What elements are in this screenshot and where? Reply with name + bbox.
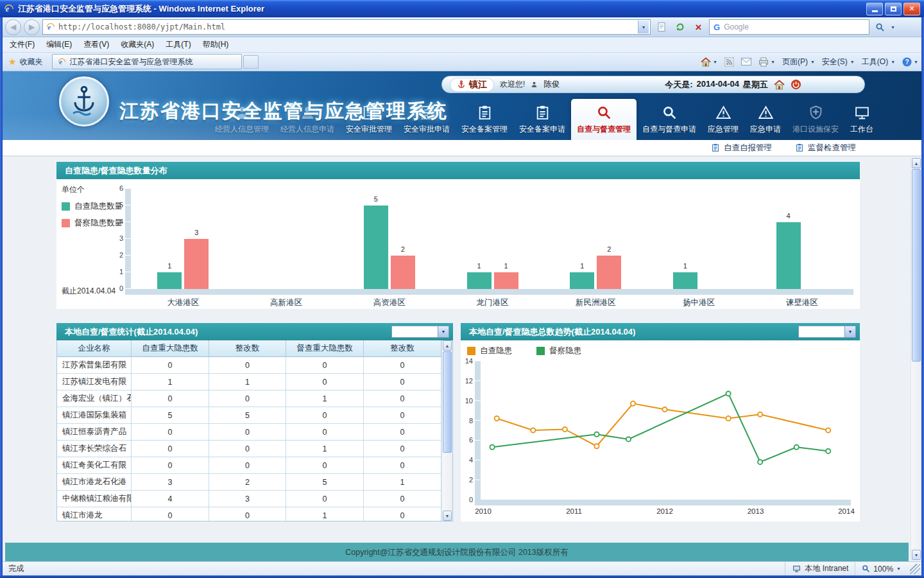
value-cell: 0 [364,390,441,407]
close-button[interactable]: ✕ [903,3,920,15]
nav-item-5[interactable]: 安全备案管理 [456,99,513,140]
trend-filter-dropdown[interactable]: ▼ [798,326,856,338]
x-axis-category-label: 大港港区 [132,297,234,308]
statistics-filter-dropdown[interactable]: ▼ [391,326,449,338]
home-shortcut-icon[interactable] [774,80,785,90]
user-name: 陈俊 [543,79,560,90]
favbar-button-3[interactable]: 工具(O)▼ [862,57,895,67]
subnav-item-2[interactable]: 监督检查管理 [795,143,856,153]
home-button[interactable]: ▼ [701,57,717,67]
scrollbar-thumb[interactable] [912,169,921,362]
value-cell: 0 [364,374,441,390]
menu-item-6[interactable]: 帮助(H) [197,37,235,52]
date-display: 今天是: 2014-04-04 星期五 [665,79,768,91]
welcome-label: 欢迎您! [500,79,525,90]
x-axis-baseline [125,289,853,295]
nav-item-6[interactable]: 安全备案申请 [513,99,571,140]
table-row[interactable]: 镇江港国际集装箱5500 [57,407,441,424]
table-row[interactable]: 江苏索普集团有限0000 [57,357,441,374]
company-name-cell: 镇江李长荣综合石 [57,441,132,457]
table-row[interactable]: 镇江市港龙0010 [57,507,441,521]
subnav-item-1[interactable]: 自查自报管理 [711,143,772,153]
nav-item-9[interactable]: 应急管理 [702,99,744,140]
value-cell: 0 [286,491,364,507]
menu-item-4[interactable]: 收藏夹(A) [115,37,160,52]
bar-self-check [776,222,801,289]
value-cell: 0 [364,357,441,374]
table-row[interactable]: 镇江李长荣综合石0010 [57,441,441,457]
zone-indicator: 本地 Intranet [785,562,855,575]
table-row[interactable]: 镇江恒泰沥青产品0000 [57,424,441,441]
nav-item-label: 港口设施保安 [792,124,839,135]
table-row[interactable]: 镇江市港龙石化港3251 [57,474,441,491]
company-name-cell: 镇江港国际集装箱 [57,407,132,424]
logout-icon[interactable] [791,79,801,90]
x-axis-tick-label: 2010 [475,507,492,515]
menu-item-3[interactable]: 查看(V) [78,37,115,52]
forward-button[interactable]: ▶ [24,19,40,35]
stop-button[interactable]: × [690,19,706,35]
nav-item-8[interactable]: 自查与督查申请 [637,99,702,140]
nav-item-7[interactable]: 自查与督查管理 [571,99,637,140]
table-row[interactable]: 镇江奇美化工有限0000 [57,457,441,474]
menu-item-5[interactable]: 工具(T) [160,37,196,52]
value-cell: 1 [286,441,364,457]
scroll-up-button[interactable]: ▲ [443,340,452,351]
data-point [726,391,731,396]
table-scrollbar[interactable]: ▲ ▼ [441,340,452,521]
nav-item-11[interactable]: 港口设施保安 [787,99,844,140]
dropdown-value [392,326,438,337]
back-button[interactable]: ◀ [5,19,21,35]
y-axis-tick-label: 1 [110,268,123,276]
refresh-button[interactable] [672,19,688,35]
help-button[interactable]: ? ▼ [902,57,918,67]
menu-item-1[interactable]: 文件(F) [4,37,40,52]
scrollbar-thumb[interactable] [443,351,452,453]
scroll-down-button[interactable]: ▼ [443,511,452,521]
value-cell: 3 [132,474,209,491]
favbar-button-2[interactable]: 安全(S)▼ [822,57,855,67]
search-button[interactable] [872,19,888,35]
value-cell: 0 [364,424,441,441]
read-mail-button[interactable] [741,58,751,66]
browser-tab[interactable]: e 江苏省港口安全监管与应急管理系统 [52,54,242,69]
new-tab-stub[interactable] [243,55,259,69]
bar-value-label: 1 [563,262,601,270]
compatibility-view-button[interactable] [653,19,669,35]
search-dropdown-button[interactable]: ▼ [891,25,895,30]
value-cell: 5 [286,474,364,491]
maximize-button[interactable] [885,3,902,15]
address-field[interactable]: e http://localhost:8080/yjpt/Main.html ▼ [42,19,651,35]
zoom-control[interactable]: 100% ▼ [855,562,907,575]
chevron-down-icon[interactable]: ▼ [438,326,449,337]
value-cell: 0 [364,441,441,457]
favorites-button[interactable]: ★ 收藏夹 [3,55,48,69]
unit-label: 单位个 [62,184,85,195]
x-axis-tick-label: 2013 [748,507,764,515]
feeds-button[interactable] [724,57,734,67]
table-row[interactable]: 中储粮镇江粮油有限4300 [57,491,441,507]
bar-value-label: 5 [357,195,395,203]
minimize-button[interactable] [866,3,883,15]
page-scrollbar[interactable]: ▲ ▼ [911,158,921,560]
resize-grip[interactable] [910,564,920,574]
chevron-down-icon[interactable]: ▼ [844,326,855,337]
address-dropdown-button[interactable]: ▼ [638,21,649,33]
y-axis-band [125,189,131,289]
table-row[interactable]: 金海宏业（镇江）石0010 [57,390,441,407]
company-name-cell: 江苏索普集团有限 [57,357,132,374]
menu-item-2[interactable]: 编辑(E) [40,37,78,52]
search-input[interactable]: G Google [709,19,869,35]
y-axis-tick-label: 14 [465,357,473,365]
app-header: 江苏省港口安全监管与应急管理系统 镇江 欢迎您! 陈俊 今天是: 2014-04… [0,71,924,140]
scroll-up-button[interactable]: ▲ [912,158,921,168]
x-axis-category-label: 高新港区 [235,297,338,308]
favbar-button-1[interactable]: 页面(P)▼ [782,57,815,67]
scroll-down-button[interactable]: ▼ [912,550,921,560]
value-cell: 0 [286,374,364,390]
x-axis-baseline [475,500,851,505]
table-row[interactable]: 江苏镇江发电有限1100 [57,374,441,390]
nav-item-10[interactable]: 应急申请 [744,99,787,140]
nav-item-12[interactable]: 工作台 [844,99,879,140]
print-button[interactable]: ▼ [758,57,775,67]
